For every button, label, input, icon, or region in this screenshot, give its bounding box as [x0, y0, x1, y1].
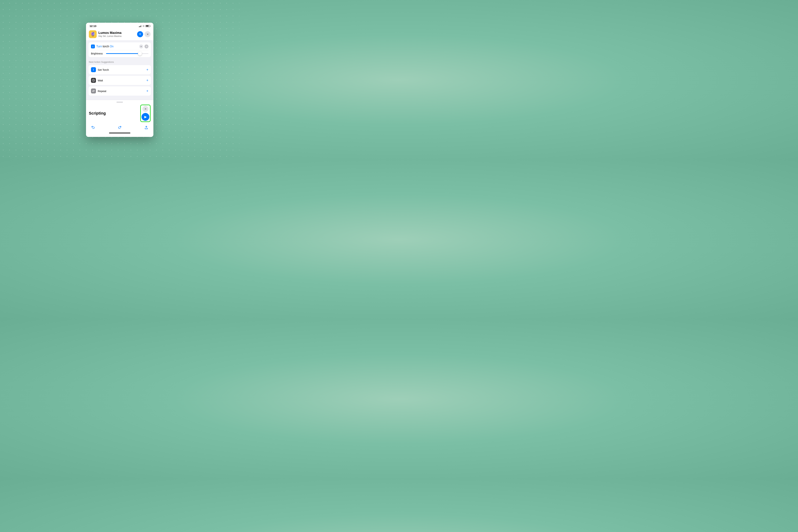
- svg-rect-2: [140, 35, 140, 35]
- home-indicator: [109, 133, 130, 133]
- wifi-icon: ⊙: [142, 25, 145, 27]
- slider-fill: [106, 53, 140, 54]
- suggestion-wait[interactable]: Wait +: [89, 76, 151, 85]
- action-torch-label: torch: [103, 45, 109, 48]
- action-card: i Turn torch On ▾ ✕ Brightness: [89, 42, 151, 57]
- status-time: 12:13: [90, 24, 96, 27]
- sheet-header: Scripting ✕ ▶: [89, 104, 151, 122]
- share-button[interactable]: [143, 124, 150, 131]
- action-on-label: On: [110, 45, 114, 48]
- bottom-sheet: Scripting ✕ ▶: [86, 100, 153, 137]
- add-set-torch-button[interactable]: +: [146, 68, 148, 72]
- action-row: i Turn torch On ▾ ✕: [91, 44, 148, 49]
- share-icon: [144, 126, 148, 130]
- action-close-button[interactable]: ✕: [145, 44, 148, 49]
- sheet-handle: [116, 102, 123, 102]
- suggestion-set-torch[interactable]: i Set Torch +: [89, 65, 151, 74]
- close-header-icon: ✕: [147, 33, 149, 36]
- main-content: i Turn torch On ▾ ✕ Brightness: [86, 40, 153, 100]
- status-icons: ⊙: [139, 25, 150, 27]
- highlighted-controls: ✕ ▶: [140, 104, 151, 122]
- action-turn-label: Turn: [96, 45, 102, 48]
- app-title-group: Lumos Maxima Hey Siri, Lumos Maxima: [98, 31, 135, 37]
- app-name: Lumos Maxima: [98, 31, 135, 35]
- sheet-title: Scripting: [89, 111, 106, 116]
- repeat-arrows-icon: [92, 90, 95, 92]
- app-header: 🔮 Lumos Maxima Hey Siri, Lumos Maxima ✕: [86, 28, 153, 40]
- svg-rect-0: [139, 34, 141, 34]
- signal-icon: [139, 25, 142, 27]
- play-icon: ▶: [144, 115, 147, 119]
- sheet-actions: [89, 124, 151, 131]
- repeat-icon: [91, 89, 96, 93]
- play-button[interactable]: ▶: [141, 113, 149, 121]
- brightness-row: Brightness: [91, 50, 148, 55]
- redo-button[interactable]: [116, 124, 123, 131]
- filter-button[interactable]: [137, 31, 143, 37]
- set-torch-icon: i: [91, 67, 96, 72]
- info-icon: i: [91, 44, 95, 49]
- add-wait-button[interactable]: +: [146, 79, 148, 82]
- app-icon-symbol: 🔮: [91, 32, 95, 37]
- slider-thumb[interactable]: [138, 52, 142, 56]
- close-header-button[interactable]: ✕: [145, 31, 151, 37]
- add-repeat-button[interactable]: +: [146, 89, 148, 93]
- status-bar: 12:13 ⊙: [86, 23, 153, 28]
- wait-icon: [91, 78, 96, 83]
- repeat-label: Repeat: [98, 90, 145, 93]
- sheet-close-icon: ✕: [144, 107, 147, 111]
- clock-icon: [92, 79, 95, 82]
- suggestion-repeat[interactable]: Repeat +: [89, 87, 151, 96]
- action-text: Turn torch On: [96, 45, 138, 48]
- app-icon: 🔮: [89, 30, 97, 38]
- filter-icon: [139, 33, 141, 36]
- battery-icon: [146, 25, 150, 27]
- redo-icon: [118, 126, 122, 130]
- app-subtitle: Hey Siri, Lumos Maxima: [98, 35, 135, 37]
- brightness-slider[interactable]: [106, 53, 148, 54]
- brightness-label: Brightness: [91, 52, 104, 55]
- sheet-close-button[interactable]: ✕: [142, 106, 148, 112]
- suggestions-section: Next Action Suggestions i Set Torch + Wa…: [89, 61, 151, 96]
- set-torch-label: Set Torch: [98, 68, 145, 71]
- suggestions-label: Next Action Suggestions: [89, 61, 151, 63]
- action-close-icon: ✕: [146, 45, 147, 48]
- wait-label: Wait: [98, 79, 145, 82]
- undo-button[interactable]: [90, 124, 97, 131]
- chevron-down-button[interactable]: ▾: [139, 44, 143, 49]
- undo-icon: [91, 126, 95, 130]
- chevron-down-icon: ▾: [140, 45, 142, 48]
- header-buttons: ✕: [137, 31, 151, 37]
- phone-container: 12:13 ⊙ 🔮 Lumos Maxima Hey Siri, Lumos M…: [86, 23, 153, 137]
- svg-rect-1: [139, 34, 141, 34]
